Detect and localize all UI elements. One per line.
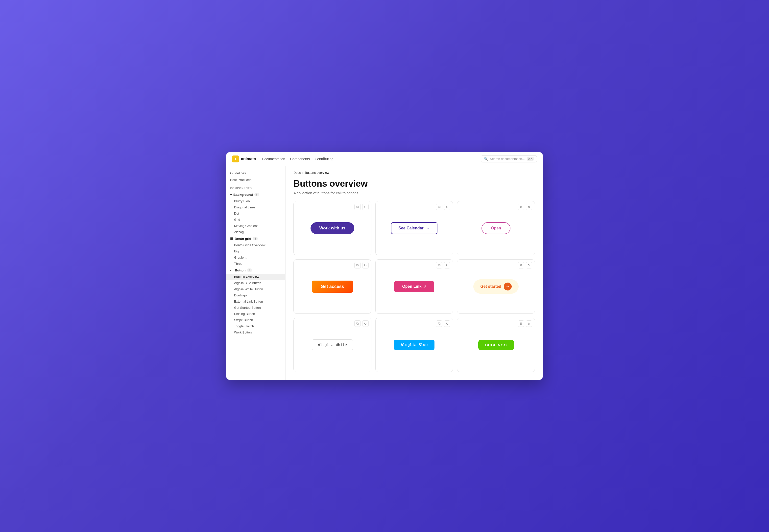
- card-actions-9: ⧉ ↻: [518, 320, 532, 327]
- sidebar-item-gradient[interactable]: Gradient: [226, 254, 285, 261]
- refresh-button-8[interactable]: ↻: [444, 320, 450, 327]
- card-actions-1: ⧉ ↻: [354, 204, 369, 210]
- sidebar: Guidelines Best Practices COMPONENTS ▾ B…: [226, 166, 286, 380]
- breadcrumb: Docs › Buttons overview: [294, 171, 535, 175]
- card-actions-8: ⧉ ↻: [436, 320, 450, 327]
- refresh-button-1[interactable]: ↻: [362, 204, 369, 210]
- copy-button-5[interactable]: ⧉: [436, 262, 442, 268]
- sidebar-item-duolingo[interactable]: Duolingo: [226, 292, 285, 298]
- sidebar-item-algolia-white-button[interactable]: Algolia White Button: [226, 286, 285, 292]
- topnav: ✦ animata Documentation Components Contr…: [226, 152, 543, 166]
- sidebar-item-swipe-button[interactable]: Swipe Button: [226, 317, 285, 323]
- logo[interactable]: ✦ animata: [232, 155, 256, 162]
- card-get-access: ⧉ ↻ Get access: [294, 259, 371, 314]
- card-get-started: ⧉ ↻ Get started →: [457, 259, 535, 314]
- copy-button-8[interactable]: ⧉: [436, 320, 442, 327]
- card-see-calendar: ⧉ ↻ See Calendar →: [375, 201, 453, 255]
- refresh-button-4[interactable]: ↻: [362, 262, 369, 268]
- open-button[interactable]: Open: [481, 222, 510, 234]
- nav-components[interactable]: Components: [290, 157, 310, 161]
- copy-button-2[interactable]: ⧉: [436, 204, 442, 210]
- search-box[interactable]: 🔍 Search documentation... ⌘K: [481, 155, 537, 162]
- sidebar-item-diagonal-lines[interactable]: Diagonal Lines: [226, 204, 285, 210]
- card-algolia-white: ⧉ ↻ Aloglia White: [294, 318, 371, 372]
- button-grid: ⧉ ↻ Work with us ⧉ ↻ See Calendar →: [294, 201, 535, 372]
- sidebar-item-guidelines[interactable]: Guidelines: [226, 170, 285, 177]
- open-link-label: Open Link: [402, 284, 421, 289]
- breadcrumb-current: Buttons overview: [305, 171, 329, 175]
- sidebar-item-buttons-overview[interactable]: Buttons Overview: [226, 274, 285, 280]
- nav-contributing[interactable]: Contributing: [315, 157, 334, 161]
- copy-button-4[interactable]: ⧉: [354, 262, 361, 268]
- sidebar-item-toggle-switch[interactable]: Toggle Switch: [226, 323, 285, 329]
- card-actions-7: ⧉ ↻: [354, 320, 369, 327]
- sidebar-item-best-practices[interactable]: Best Practices: [226, 177, 285, 183]
- algolia-blue-button[interactable]: Aloglia Blue: [394, 340, 434, 350]
- copy-button-3[interactable]: ⧉: [518, 204, 524, 210]
- sidebar-item-grid[interactable]: Grid: [226, 217, 285, 223]
- card-open: ⧉ ↻ Open: [457, 201, 535, 255]
- nav-links: Documentation Components Contributing: [262, 157, 474, 161]
- sidebar-group-button[interactable]: ▭ Button 9: [226, 267, 285, 274]
- card-duolingo: ⧉ ↻ DUOLINGO: [457, 318, 535, 372]
- see-calendar-button[interactable]: See Calendar →: [391, 222, 437, 234]
- page-title: Buttons overview: [294, 178, 535, 189]
- copy-button-1[interactable]: ⧉: [354, 204, 361, 210]
- sidebar-item-shining-button[interactable]: Shining Button: [226, 311, 285, 317]
- refresh-button-3[interactable]: ↻: [526, 204, 532, 210]
- card-actions-6: ⧉ ↻: [518, 262, 532, 268]
- search-shortcut: ⌘K: [527, 157, 534, 161]
- card-actions-4: ⧉ ↻: [354, 262, 369, 268]
- open-link-button[interactable]: Open Link ↗: [394, 281, 434, 292]
- work-with-us-button[interactable]: Work with us: [311, 222, 354, 234]
- sidebar-item-get-started-button[interactable]: Get Started Button: [226, 305, 285, 311]
- sidebar-item-external-link-button[interactable]: External Link Button: [226, 298, 285, 305]
- sidebar-item-work-button[interactable]: Work Button: [226, 329, 285, 335]
- duolingo-button[interactable]: DUOLINGO: [478, 340, 514, 350]
- sidebar-item-zigzag[interactable]: Zigzag: [226, 229, 285, 235]
- main-layout: Guidelines Best Practices COMPONENTS ▾ B…: [226, 166, 543, 380]
- sidebar-item-dot[interactable]: Dot: [226, 210, 285, 217]
- card-algolia-blue: ⧉ ↻ Aloglia Blue: [375, 318, 453, 372]
- refresh-button-2[interactable]: ↻: [444, 204, 450, 210]
- sidebar-group-bento-grid[interactable]: ⊞ Bento grid 3: [226, 235, 285, 242]
- square-icon: ▭: [230, 268, 233, 272]
- logo-text: animata: [241, 157, 256, 161]
- arrow-icon: →: [426, 226, 430, 230]
- sidebar-item-moving-gradient[interactable]: Moving Gradient: [226, 223, 285, 229]
- copy-button-7[interactable]: ⧉: [354, 320, 361, 327]
- get-started-label: Get started: [480, 284, 501, 289]
- logo-icon: ✦: [232, 155, 239, 162]
- refresh-button-7[interactable]: ↻: [362, 320, 369, 327]
- nav-documentation[interactable]: Documentation: [262, 157, 285, 161]
- card-actions-5: ⧉ ↻: [436, 262, 450, 268]
- search-placeholder: Search documentation...: [490, 157, 525, 161]
- sidebar-item-algolia-blue-button[interactable]: Algolia Blue Button: [226, 280, 285, 286]
- sidebar-group-background[interactable]: ▾ Background 6: [226, 191, 285, 198]
- refresh-button-6[interactable]: ↻: [526, 262, 532, 268]
- get-started-button[interactable]: Get started →: [473, 279, 518, 294]
- sidebar-item-bento-grids-overview[interactable]: Bento Grids Overview: [226, 242, 285, 248]
- get-access-button[interactable]: Get access: [312, 281, 353, 293]
- algolia-white-button[interactable]: Aloglia White: [312, 339, 353, 350]
- chevron-down-icon: ▾: [230, 193, 232, 197]
- app-window: ✦ animata Documentation Components Contr…: [226, 152, 543, 380]
- card-work-with-us: ⧉ ↻ Work with us: [294, 201, 371, 255]
- sidebar-section-components: COMPONENTS: [226, 183, 285, 191]
- breadcrumb-root[interactable]: Docs: [294, 171, 301, 175]
- copy-button-9[interactable]: ⧉: [518, 320, 524, 327]
- refresh-button-9[interactable]: ↻: [526, 320, 532, 327]
- sidebar-item-three[interactable]: Three: [226, 261, 285, 267]
- see-calendar-label: See Calendar: [398, 226, 423, 230]
- grid-icon: ⊞: [230, 237, 233, 241]
- card-open-link: ⧉ ↻ Open Link ↗: [375, 259, 453, 314]
- sidebar-item-eight[interactable]: Eight: [226, 248, 285, 254]
- sidebar-item-blurry-blob[interactable]: Blurry Blob: [226, 198, 285, 204]
- main-content: Docs › Buttons overview Buttons overview…: [286, 166, 543, 380]
- card-actions-2: ⧉ ↻: [436, 204, 450, 210]
- card-actions-3: ⧉ ↻: [518, 204, 532, 210]
- page-subtitle: A collection of buttons for call to acti…: [294, 191, 535, 195]
- get-started-arrow: →: [504, 283, 512, 290]
- refresh-button-5[interactable]: ↻: [444, 262, 450, 268]
- copy-button-6[interactable]: ⧉: [518, 262, 524, 268]
